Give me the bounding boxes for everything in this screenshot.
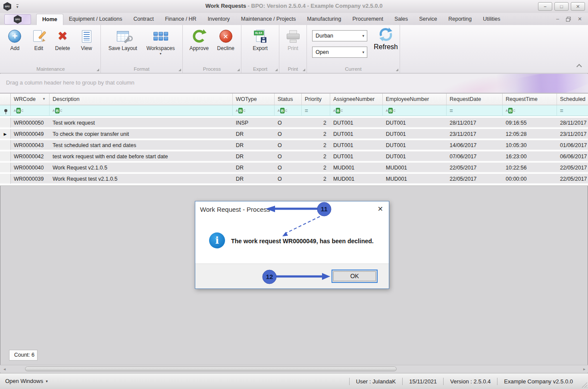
refresh-button[interactable]: Refresh	[372, 27, 399, 51]
grid-row-wr0000042[interactable]: WR0000042test work request with end date…	[0, 151, 588, 163]
delete-button[interactable]: ✖ Delete	[53, 28, 72, 52]
grid-cell[interactable]: DUT001	[330, 140, 383, 151]
tab-contract[interactable]: Contract	[128, 14, 159, 25]
grid-cell[interactable]: O	[275, 163, 302, 173]
filter-cell-assigneenumber[interactable]: ABC	[330, 105, 383, 116]
tab-home[interactable]: Home	[36, 14, 63, 25]
grid-cell[interactable]: 2	[302, 129, 330, 139]
grid-cell[interactable]: WR0000050	[11, 118, 50, 128]
grid-cell[interactable]: 10:22:56	[503, 163, 557, 173]
column-header-priority[interactable]: Priority	[302, 94, 330, 105]
grid-cell[interactable]: WR0000040	[11, 163, 50, 173]
grid-cell[interactable]: 00:00:00	[503, 174, 557, 184]
collapse-ribbon-icon[interactable]	[576, 64, 582, 69]
group-by-panel[interactable]: Drag a column header here to group by th…	[0, 74, 588, 93]
column-header-status[interactable]: Status	[275, 94, 302, 105]
tab-manufacturing[interactable]: Manufacturing	[301, 14, 347, 25]
grid-cell[interactable]: DR	[233, 129, 275, 139]
quick-access-dropdown-icon[interactable]: ▾	[16, 4, 19, 9]
minimize-button[interactable]: –	[538, 2, 552, 11]
grid-cell[interactable]: 09:16:55	[503, 118, 557, 128]
add-button[interactable]: + Add	[5, 28, 25, 52]
column-header-wrcode[interactable]: WRCode▼	[11, 94, 50, 105]
filter-cell-description[interactable]: ABC	[50, 105, 233, 116]
grid-cell[interactable]: O	[275, 151, 302, 162]
grid-cell[interactable]: DUT001	[383, 129, 447, 139]
grid-cell[interactable]: O	[275, 129, 302, 139]
maximize-button[interactable]: □	[554, 2, 569, 11]
grid-cell[interactable]: 2	[302, 163, 330, 173]
grid-cell[interactable]: WR0000042	[11, 151, 50, 162]
grid-row-wr0000040[interactable]: WR0000040Work Request v2.1.0.5DRO2MUD001…	[0, 163, 588, 174]
filter-cell-requesttime[interactable]: ABC	[503, 105, 557, 116]
tab-reporting[interactable]: Reporting	[443, 14, 477, 25]
mdi-restore-button[interactable]	[566, 17, 571, 22]
column-header-scheduled[interactable]: Scheduled	[557, 94, 588, 105]
edit-button[interactable]: Edit	[29, 28, 49, 52]
grid-row-wr0000050[interactable]: WR0000050Test work requestINSPO2DUT001DU…	[0, 118, 588, 129]
grid-cell[interactable]: O	[275, 140, 302, 151]
tab-procurement[interactable]: Procurement	[347, 14, 389, 25]
column-header-description[interactable]: Description	[50, 94, 233, 105]
status-dropdown[interactable]: Open ▾	[312, 47, 367, 58]
grid-cell[interactable]: Test scheduled start and end dates	[50, 140, 233, 151]
column-header-assigneenumber[interactable]: AssigneeNumber	[330, 94, 383, 105]
decline-button[interactable]: ✕ Decline	[216, 28, 236, 52]
grid-cell[interactable]: 2	[302, 174, 330, 184]
grid-cell[interactable]: WR0000043	[11, 140, 50, 151]
grid-cell[interactable]: O	[275, 118, 302, 128]
grid-cell[interactable]: DR	[233, 140, 275, 151]
dialog-launcher-icon[interactable]	[237, 69, 240, 71]
ok-button[interactable]: OK	[332, 270, 378, 283]
grid-cell[interactable]: 28/11/2017	[557, 118, 588, 128]
grid-cell[interactable]: WR0000049	[11, 129, 50, 139]
mdi-minimize-button[interactable]: –	[556, 16, 559, 22]
site-dropdown[interactable]: Durban ▾	[312, 30, 367, 41]
scroll-right-icon[interactable]: ▸	[583, 366, 585, 372]
horizontal-scrollbar[interactable]: ◂ ▸	[0, 365, 588, 373]
workspaces-button[interactable]: Workspaces ▾	[145, 28, 177, 56]
grid-cell[interactable]: Work Request test v2.1.0.5	[50, 174, 233, 184]
tab-maintenance-projects[interactable]: Maintenance / Projects	[235, 14, 301, 25]
filter-cell-scheduled[interactable]: =	[557, 105, 588, 116]
filter-cell-status[interactable]: ABC	[275, 105, 302, 116]
grid-cell[interactable]: Work Request v2.1.0.5	[50, 163, 233, 173]
dialog-close-icon[interactable]: ✕	[378, 205, 383, 213]
grid-cell[interactable]: 2	[302, 140, 330, 151]
grid-cell[interactable]: DUT001	[330, 118, 383, 128]
grid-cell[interactable]: DUT001	[383, 151, 447, 162]
grid-cell[interactable]: 07/06/2017	[447, 151, 503, 162]
grid-row-wr0000039[interactable]: WR0000039Work Request test v2.1.0.5DRO2M…	[0, 174, 588, 185]
grid-cell[interactable]: DR	[233, 151, 275, 162]
grid-cell[interactable]: WR0000039	[11, 174, 50, 184]
grid-cell[interactable]: 28/11/2017	[447, 118, 503, 128]
tab-equipment-locations[interactable]: Equipment / Locations	[63, 14, 128, 25]
grid-cell[interactable]: 16:23:00	[503, 151, 557, 162]
grid-cell[interactable]: 06/06/2017	[557, 151, 588, 162]
grid-cell[interactable]: MUD001	[383, 163, 447, 173]
open-windows-dropdown[interactable]: Open Windows ▾	[5, 378, 48, 384]
dialog-launcher-icon[interactable]	[303, 69, 305, 71]
column-header-requesttime[interactable]: RequestTime	[503, 94, 557, 105]
grid-cell[interactable]: 22/05/2017	[557, 163, 588, 173]
grid-cell[interactable]: DR	[233, 174, 275, 184]
grid-cell[interactable]: 23/11/2017	[447, 129, 503, 139]
grid-cell[interactable]: test work request with end date before s…	[50, 151, 233, 162]
save-layout-button[interactable]: Save Layout	[106, 28, 139, 52]
scrollbar-thumb[interactable]	[25, 367, 397, 371]
filter-cell-employeenumber[interactable]: ABC	[383, 105, 447, 116]
grid-cell[interactable]: DUT001	[330, 151, 383, 162]
grid-cell[interactable]: DR	[233, 163, 275, 173]
tab-service[interactable]: Service	[413, 14, 443, 25]
grid-cell[interactable]: 22/05/2017	[447, 163, 503, 173]
close-button[interactable]: ✕	[571, 2, 585, 11]
grid-cell[interactable]: 10:05:30	[503, 140, 557, 151]
grid-row-wr0000043[interactable]: WR0000043Test scheduled start and end da…	[0, 140, 588, 151]
grid-cell[interactable]: MUD001	[383, 174, 447, 184]
approve-button[interactable]: Approve	[188, 28, 210, 52]
tab-sales[interactable]: Sales	[389, 14, 413, 25]
tab-utilities[interactable]: Utilities	[477, 14, 506, 25]
export-button[interactable]: XLSX Export	[250, 28, 270, 52]
filter-cell-wrcode[interactable]: ABC	[11, 105, 50, 116]
grid-cell[interactable]: INSP	[233, 118, 275, 128]
